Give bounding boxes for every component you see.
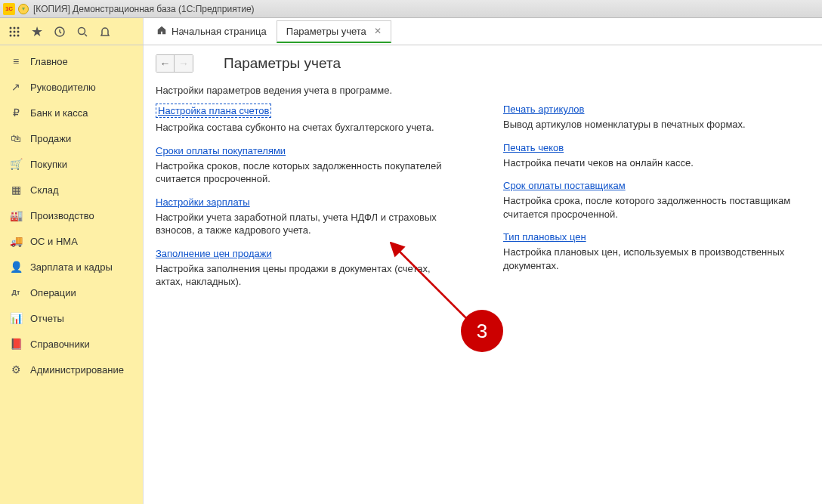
intro-text: Настройки параметров ведения учета в про… (156, 85, 810, 96)
setting-sroki-oplaty: Сроки оплаты покупателями Настройка срок… (156, 145, 458, 186)
desc-zarplata: Настройки учета заработной платы, учета … (156, 211, 458, 237)
sidebar-item-production[interactable]: 🏭 Производство (0, 203, 143, 228)
main: ≡ Главное ↗ Руководителю ₽ Банк и касса … (0, 45, 822, 504)
nav-buttons: ← → (156, 54, 193, 73)
svg-point-3 (10, 30, 12, 32)
sidebar-item-main[interactable]: ≡ Главное (0, 48, 143, 74)
tab-parameters-label: Параметры учета (286, 26, 366, 37)
sidebar-item-label: Администрирование (30, 364, 124, 376)
toolbar: ★ Начальная страница Параметры учета ✕ (0, 18, 822, 45)
sidebar: ≡ Главное ↗ Руководителю ₽ Банк и касса … (0, 45, 144, 504)
cart-icon: 🛒 (9, 157, 23, 171)
svg-point-0 (10, 26, 12, 29)
settings-right-column: Печать артикулов Вывод артикулов номенкл… (503, 104, 805, 299)
tab-home[interactable]: Начальная страница (147, 20, 277, 43)
sidebar-item-label: Операции (30, 287, 76, 298)
sidebar-item-directories[interactable]: 📕 Справочники (0, 331, 143, 357)
link-plan-schetov[interactable]: Настройка плана счетов (156, 104, 271, 118)
page-header: ← → Параметры учета (156, 54, 810, 73)
setting-srok-postavshikam: Срок оплаты поставщикам Настройка срока,… (503, 180, 805, 221)
setting-plan-schetov: Настройка плана счетов Настройка состава… (156, 104, 458, 135)
tab-parameters[interactable]: Параметры учета ✕ (277, 20, 391, 43)
sidebar-item-manager[interactable]: ↗ Руководителю (0, 74, 143, 100)
svg-point-5 (17, 30, 20, 32)
truck-icon: 🚚 (9, 234, 23, 248)
link-sroki-oplaty[interactable]: Сроки оплаты покупателями (156, 145, 286, 156)
notifications-icon[interactable] (94, 20, 116, 43)
factory-icon: 🏭 (9, 209, 23, 222)
sidebar-item-operations[interactable]: Дт Операции (0, 280, 143, 305)
sidebar-item-label: Зарплата и кадры (30, 261, 113, 273)
link-pechat-chekov[interactable]: Печать чеков (503, 142, 564, 153)
annotation-number: 3 (477, 320, 487, 343)
desc-sroki-oplaty: Настройка сроков, после которых задолжен… (156, 159, 458, 186)
sidebar-item-assets[interactable]: 🚚 ОС и НМА (0, 228, 143, 254)
grid-icon: ▦ (9, 183, 23, 196)
setting-pechat-artikulov: Печать артикулов Вывод артикулов номенкл… (503, 104, 805, 131)
sidebar-item-label: Главное (30, 56, 68, 67)
bag-icon: 🛍 (9, 131, 23, 145)
svg-point-4 (14, 30, 16, 32)
person-icon: 👤 (9, 260, 23, 274)
sidebar-item-label: ОС и НМА (30, 236, 78, 247)
page-title: Параметры учета (224, 55, 341, 72)
sidebar-item-label: Продажи (30, 133, 71, 144)
desc-pechat-artikulov: Вывод артикулов номенклатуры в печатных … (503, 118, 805, 131)
favorites-icon[interactable]: ★ (26, 20, 48, 43)
desc-plan-schetov: Настройка состава субконто на счетах бух… (156, 121, 458, 135)
trend-icon: ↗ (9, 80, 23, 94)
sidebar-item-bank[interactable]: ₽ Банк и касса (0, 100, 143, 125)
sidebar-item-label: Покупки (30, 159, 67, 170)
tab-close-icon[interactable]: ✕ (374, 26, 382, 36)
tab-home-label: Начальная страница (172, 26, 267, 37)
home-icon (156, 25, 167, 38)
sidebar-item-label: Банк и касса (30, 107, 88, 119)
sidebar-item-label: Руководителю (30, 82, 96, 93)
sidebar-item-salary[interactable]: 👤 Зарплата и кадры (0, 254, 143, 280)
sidebar-item-label: Производство (30, 210, 94, 221)
sidebar-item-label: Справочники (30, 339, 90, 350)
nav-back-button[interactable]: ← (156, 55, 175, 72)
sidebar-item-sales[interactable]: 🛍 Продажи (0, 125, 143, 151)
desc-ceny-prodazhi: Настройка заполнения цены продажи в доку… (156, 262, 458, 289)
sidebar-item-label: Отчеты (30, 313, 64, 324)
desc-tip-cen: Настройка плановых цен, используемых в п… (503, 246, 805, 272)
titlebar: 1C ▾ [КОПИЯ] Демонстрационная база (1С:П… (0, 0, 822, 18)
sidebar-item-reports[interactable]: 📊 Отчеты (0, 305, 143, 331)
tabs-area: Начальная страница Параметры учета ✕ (144, 18, 822, 45)
link-pechat-artikulov[interactable]: Печать артикулов (503, 104, 585, 115)
menu-icon: ≡ (9, 54, 23, 68)
setting-pechat-chekov: Печать чеков Настройка печати чеков на о… (503, 142, 805, 170)
svg-point-10 (79, 27, 85, 34)
app-logo-icon: 1C (3, 3, 15, 15)
book-icon: 📕 (9, 337, 23, 351)
settings-left-column: Настройка плана счетов Настройка состава… (156, 104, 458, 299)
content: ← → Параметры учета Настройки параметров… (144, 45, 822, 504)
settings-columns: Настройка плана счетов Настройка состава… (156, 104, 810, 299)
chart-icon: 📊 (9, 311, 23, 325)
setting-zarplata: Настройки зарплаты Настройки учета зараб… (156, 196, 458, 237)
window-title: [КОПИЯ] Демонстрационная база (1С:Предпр… (33, 4, 255, 14)
link-srok-postavshikam[interactable]: Срок оплаты поставщикам (503, 180, 626, 191)
svg-point-8 (17, 34, 20, 36)
ruble-icon: ₽ (9, 106, 23, 119)
apps-icon[interactable] (3, 20, 26, 43)
link-zarplata[interactable]: Настройки зарплаты (156, 196, 250, 208)
desc-pechat-chekov: Настройка печати чеков на онлайн кассе. (503, 156, 805, 170)
desc-srok-postavshikam: Настройка срока, после которого задолжен… (503, 194, 805, 221)
dropdown-icon[interactable]: ▾ (18, 4, 29, 14)
sidebar-item-admin[interactable]: ⚙ Администрирование (0, 357, 143, 382)
gear-icon: ⚙ (9, 363, 23, 376)
nav-forward-button[interactable]: → (175, 55, 193, 72)
svg-point-7 (14, 34, 16, 36)
sidebar-item-warehouse[interactable]: ▦ Склад (0, 177, 143, 203)
svg-point-2 (17, 26, 20, 29)
link-tip-cen[interactable]: Тип плановых цен (503, 231, 586, 243)
history-icon[interactable] (48, 20, 71, 43)
svg-point-1 (14, 26, 16, 29)
sidebar-item-purchases[interactable]: 🛒 Покупки (0, 151, 143, 177)
annotation-badge: 3 (461, 310, 503, 352)
link-ceny-prodazhi[interactable]: Заполнение цен продажи (156, 248, 272, 259)
svg-point-6 (10, 34, 12, 36)
search-icon[interactable] (71, 20, 94, 43)
